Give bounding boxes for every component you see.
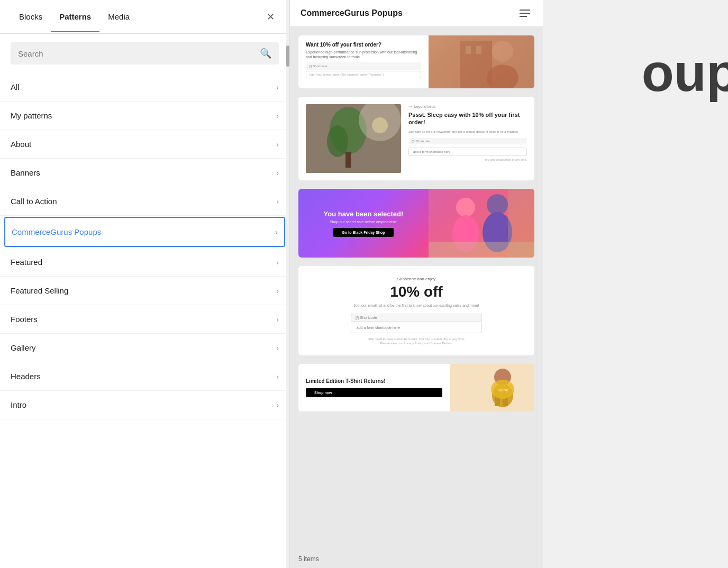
svg-point-11 [372, 117, 388, 133]
nav-item-featured[interactable]: Featured › [0, 248, 289, 277]
card-4-desc: Join our email list and be the first to … [307, 304, 526, 307]
tab-patterns[interactable]: Patterns [51, 2, 99, 32]
card-2-shortcode-label: {/} Shortcode [408, 138, 527, 144]
nav-item-banners[interactable]: Banners › [0, 159, 289, 187]
menu-line-2 [520, 13, 530, 14]
svg-point-13 [456, 198, 475, 217]
card-3-content: You have been selected! Shop our secret … [298, 189, 429, 258]
nav-item-call-to-action[interactable]: Call to Action › [0, 187, 289, 216]
card-1-title: Want 10% off your first order? [306, 42, 421, 48]
tab-blocks[interactable]: Blocks [11, 2, 51, 32]
card-5-title: Limited Edition T-Shirt Returns! [306, 378, 442, 384]
card-3-button[interactable]: Go to Black Friday Shop [333, 228, 393, 237]
card-subscribe[interactable]: Subscribe and enjoy 10% off Join our ema… [298, 266, 534, 355]
card-2-brand: beyond beds [408, 104, 527, 109]
nav-item-all[interactable]: All › [0, 73, 289, 102]
search-input[interactable] [18, 49, 254, 58]
nav-item-headers[interactable]: Headers › [0, 362, 289, 391]
card-4-note1: Offer valid for new subscribers only. Yo… [307, 337, 526, 341]
svg-text:Baby: Baby [498, 388, 508, 392]
svg-point-8 [327, 125, 348, 157]
nav-item-label: Footers [11, 315, 38, 324]
nav-item-label: All [11, 83, 20, 91]
nav-item-label: About [11, 140, 31, 149]
card-2-title-prefix: Pssst. Sleep easy with [408, 112, 472, 118]
chevron-right-icon: › [276, 372, 279, 381]
svg-rect-18 [508, 189, 534, 258]
card-4-title: 10% off [307, 283, 526, 300]
chevron-right-icon: › [276, 258, 279, 267]
chevron-right-icon: › [276, 315, 279, 324]
chevron-right-icon: › [276, 197, 279, 206]
svg-rect-9 [345, 152, 351, 168]
card-5-image: Baby [450, 364, 534, 411]
scrollbar[interactable] [286, 0, 289, 568]
nav-item-about[interactable]: About › [0, 130, 289, 159]
nav-list: All › My patterns › About › Banners › Ca… [0, 73, 289, 568]
card-5-button[interactable]: Shop now [306, 388, 442, 397]
chevron-right-icon: › [276, 140, 279, 149]
nav-item-commercegurus-popups[interactable]: CommerceGurus Popups › [4, 217, 285, 247]
card-beyond-beds[interactable]: beyond beds Pssst. Sleep easy with 10% o… [298, 97, 534, 180]
card-4-note2: Please view our Privacy Policy and Conte… [307, 342, 526, 345]
panel-menu-button[interactable] [517, 7, 532, 19]
card-1-desc: Experience high-performance sun protecti… [306, 50, 421, 59]
items-count: 5 items [290, 550, 543, 568]
nav-item-label: Featured Selling [11, 286, 68, 295]
search-container: 🔍 [0, 34, 289, 73]
chevron-right-icon: › [276, 112, 279, 120]
tab-media[interactable]: Media [99, 2, 138, 32]
menu-line-1 [520, 10, 530, 11]
nav-item-label: Banners [11, 168, 40, 177]
nav-item-featured-selling[interactable]: Featured Selling › [0, 277, 289, 305]
nav-item-label: Featured [11, 258, 42, 267]
card-1-image [429, 35, 534, 88]
nav-item-gallery[interactable]: Gallery › [0, 334, 289, 362]
left-panel: Blocks Patterns Media ✕ 🔍 All › My patte… [0, 0, 290, 568]
nav-item-my-patterns[interactable]: My patterns › [0, 102, 289, 130]
card-4-subtitle: Subscribe and enjoy [307, 277, 526, 281]
chevron-right-icon: › [276, 287, 279, 295]
card-2-title: Pssst. Sleep easy with 10% off your firs… [408, 111, 527, 126]
card-3-image [429, 189, 534, 258]
nav-item-label: Call to Action [11, 197, 57, 206]
nav-item-label: My patterns [11, 111, 52, 120]
chevron-right-icon: › [275, 228, 278, 236]
svg-rect-4 [466, 46, 471, 54]
card-2-image [306, 104, 401, 173]
search-icon: 🔍 [260, 48, 271, 59]
scroll-thumb [286, 45, 289, 67]
cards-container: Want 10% off your first order? Experienc… [290, 27, 543, 550]
nav-item-label: Headers [11, 372, 41, 381]
card-4-shortcode-input[interactable] [351, 323, 482, 333]
search-box: 🔍 [11, 42, 279, 65]
card-5-left: Limited Edition T-Shirt Returns! Shop no… [298, 364, 450, 411]
chevron-right-icon: › [276, 344, 279, 352]
card-2-note: You can unsubscribe at any time. [408, 158, 527, 161]
chevron-right-icon: › [276, 169, 279, 177]
card-1-left: Want 10% off your first order? Experienc… [298, 35, 429, 88]
card-1-shortcode-label: {/} Shortcode [306, 62, 421, 70]
card-2-content: beyond beds Pssst. Sleep easy with 10% o… [408, 104, 527, 173]
card-2-desc: Just sign up for our newsletter and get … [408, 130, 527, 134]
menu-line-3 [520, 16, 527, 17]
card-3-subtitle: Shop our secret sale before anyone else. [330, 220, 397, 224]
close-button[interactable]: ✕ [262, 7, 279, 27]
card-1-shortcode-value: [ign_vou] [save_label="Be Vitamin" path=… [306, 71, 421, 78]
chevron-right-icon: › [276, 401, 279, 409]
card-black-friday[interactable]: You have been selected! Shop our secret … [298, 189, 534, 258]
nav-item-intro[interactable]: Intro › [0, 391, 289, 419]
nav-item-label: Intro [11, 400, 26, 409]
nav-item-label: CommerceGurus Popups [12, 227, 101, 236]
right-side-area: oup [543, 0, 728, 568]
tabs-bar: Blocks Patterns Media ✕ [0, 0, 289, 34]
card-3-title: You have been selected! [324, 210, 404, 218]
card-want-10-off[interactable]: Want 10% off your first order? Experienc… [298, 35, 534, 88]
svg-rect-5 [476, 46, 481, 54]
right-panel: CommerceGurus Popups Want 10% off your f… [290, 0, 543, 568]
panel-title: CommerceGurus Popups [301, 8, 403, 18]
card-limited-edition[interactable]: Limited Edition T-Shirt Returns! Shop no… [298, 364, 534, 411]
card-2-shortcode-input[interactable] [408, 148, 527, 156]
nav-item-footers[interactable]: Footers › [0, 305, 289, 334]
nav-item-label: Gallery [11, 343, 36, 352]
